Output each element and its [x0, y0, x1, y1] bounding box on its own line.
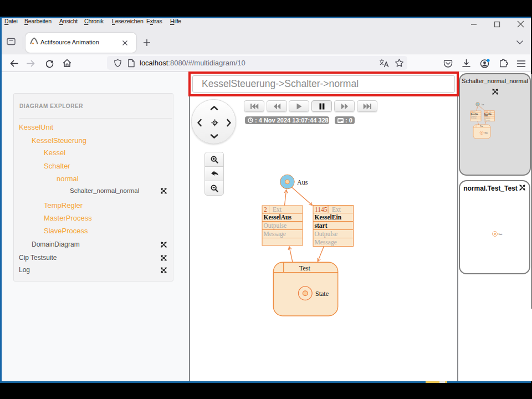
svg-text:Outpulse: Outpulse — [264, 222, 287, 229]
svg-text:Outpulse: Outpulse — [315, 231, 338, 238]
svg-text:State: State — [499, 233, 503, 236]
svg-text:Ext: Ext — [332, 206, 341, 213]
svg-text:Test: Test — [299, 264, 310, 272]
svg-text:Aus: Aus — [482, 104, 485, 106]
svg-text:start: start — [315, 222, 328, 229]
svg-text:State: State — [484, 132, 488, 134]
svg-text:Ext: Ext — [273, 206, 282, 213]
svg-text:State: State — [315, 290, 329, 298]
svg-text:Message: Message — [471, 117, 477, 119]
svg-text:KesselAus: KesselAus — [264, 214, 292, 221]
svg-text:Message: Message — [315, 239, 337, 246]
svg-text:2: 2 — [264, 206, 267, 213]
svg-text:Message: Message — [484, 119, 490, 121]
svg-text:Aus: Aus — [297, 178, 308, 186]
svg-text:1145: 1145 — [315, 206, 328, 213]
svg-text:Message: Message — [264, 231, 286, 238]
svg-text:KesselEin: KesselEin — [315, 214, 342, 221]
svg-text:Test: Test — [480, 125, 483, 127]
